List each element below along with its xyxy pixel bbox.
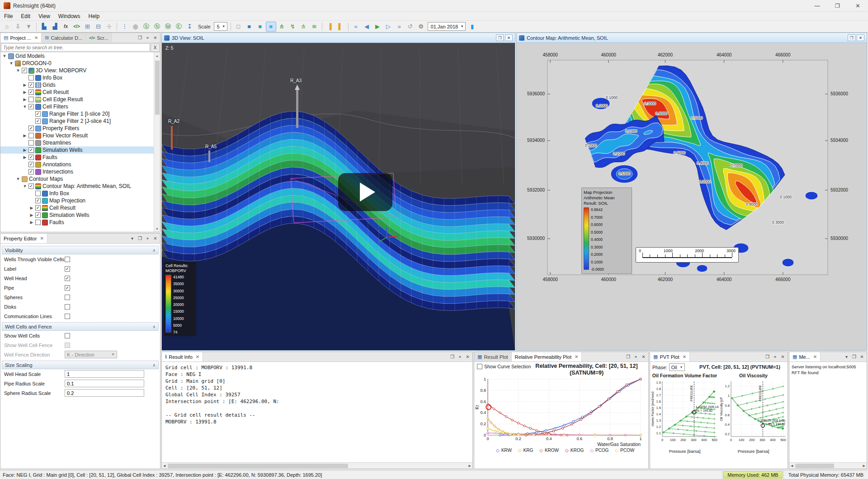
video-play-button[interactable]: [338, 173, 392, 211]
tree-checkbox[interactable]: ✓: [28, 169, 34, 174]
view-north-icon[interactable]: Ⓝ: [152, 22, 162, 32]
dock-layout-icon[interactable]: ⊞: [82, 22, 93, 32]
view-west-icon[interactable]: Ⓦ: [163, 22, 173, 32]
legend-item-krog[interactable]: ◇KROG: [565, 448, 584, 453]
tree-item-range-filter-2-j-slice-41[interactable]: ✓Range Filter 2 [J-slice 41]: [0, 117, 154, 125]
tree-item-annotations[interactable]: ✓Annotations: [0, 161, 154, 168]
plot-window-icon[interactable]: ▟: [50, 22, 60, 32]
pipe-radius-scale-field[interactable]: [65, 380, 144, 387]
tree-item-drogon-0[interactable]: ▼DROGON-0: [0, 60, 154, 67]
cube-surface-icon[interactable]: ■: [255, 22, 265, 32]
animation-repeat-icon[interactable]: ↺: [405, 22, 415, 32]
scale-dropdown[interactable]: 5▼: [214, 22, 227, 31]
scroll-right-icon[interactable]: ▶: [862, 464, 867, 468]
tree-checkbox[interactable]: ✓: [28, 126, 34, 131]
well-head-checkbox[interactable]: ✓: [65, 276, 70, 281]
tab-scr[interactable]: </>Scr...: [86, 33, 112, 42]
tree-expand-icon[interactable]: ▶: [23, 133, 27, 138]
wells-intersection-icon[interactable]: ⋔: [277, 22, 287, 32]
tree-expand-icon[interactable]: ▶: [29, 220, 34, 225]
tab-calculator-d[interactable]: ⊞Calculator D...: [42, 33, 86, 42]
tree-expand-icon[interactable]: ▼: [2, 54, 7, 58]
spheres-checkbox[interactable]: [65, 295, 70, 300]
view3d-viewport[interactable]: Z: 5 R_A2R_A5R_A3 Cell Results:MOBPORV 4…: [162, 43, 515, 350]
tab-close-icon[interactable]: ✕: [813, 354, 817, 359]
scrollbar-thumb[interactable]: [168, 464, 348, 468]
import-case-icon[interactable]: ⇩: [13, 22, 23, 32]
grid-box-icon[interactable]: □: [233, 22, 244, 32]
tree-checkbox[interactable]: [28, 75, 34, 80]
tree-checkbox[interactable]: ✓: [28, 89, 34, 95]
tree-checkbox[interactable]: ✓: [35, 205, 41, 211]
timestep-bar-icon[interactable]: ▮: [467, 22, 477, 32]
menu-windows[interactable]: Windows: [54, 12, 85, 20]
float-panel-icon[interactable]: ❐: [764, 353, 771, 361]
cube-faults-icon[interactable]: ■: [266, 22, 276, 32]
show-well-cells-checkbox[interactable]: [65, 333, 70, 338]
scroll-down-icon[interactable]: ▼: [156, 225, 159, 232]
scroll-up-icon[interactable]: ▲: [156, 52, 159, 59]
tree-checkbox[interactable]: [28, 97, 34, 102]
scroll-left-icon[interactable]: ◀: [789, 464, 794, 468]
close-panel-icon[interactable]: ✕: [779, 353, 787, 361]
tree-checkbox[interactable]: ✓: [35, 118, 41, 124]
tree-checkbox[interactable]: ✓: [28, 82, 34, 88]
script-editor-icon[interactable]: </>: [71, 22, 82, 32]
scroll-left-icon[interactable]: ◀: [162, 464, 167, 468]
float-panel-icon[interactable]: ❐: [850, 353, 858, 361]
tree-expand-icon[interactable]: ▶: [29, 206, 34, 210]
animation-step-forward-icon[interactable]: ▷: [383, 22, 394, 32]
contour-close-icon[interactable]: ✕: [857, 34, 864, 41]
tree-checkbox[interactable]: [28, 133, 34, 138]
tree-item-3d-view-mobporv[interactable]: ▼✓3D View: MOBPORV: [0, 67, 154, 74]
tree-expand-icon[interactable]: ▶: [29, 213, 34, 217]
panel-menu-icon[interactable]: ▾: [128, 235, 136, 242]
well-path-icon[interactable]: ↯: [288, 22, 298, 32]
pin-panel-icon[interactable]: ⌖: [144, 34, 151, 42]
tab-close-icon[interactable]: ✕: [575, 354, 578, 359]
close-panel-icon[interactable]: ✕: [151, 235, 159, 242]
cube-mesh-icon[interactable]: ■: [244, 22, 255, 32]
tree-checkbox[interactable]: ✓: [35, 198, 41, 203]
tab-result-plot[interactable]: ▦Result Plot: [474, 352, 512, 362]
tree-item-contour-maps[interactable]: ▼Contour Maps: [0, 175, 154, 183]
pin-view-icon[interactable]: ⊹: [104, 22, 114, 32]
tab-close-icon[interactable]: ✕: [40, 236, 43, 241]
well-fracture-icon[interactable]: ⋔: [298, 22, 309, 32]
timestep-date-dropdown[interactable]: 01.Jan 2018▼: [428, 22, 466, 31]
tab-property-editor[interactable]: Property Editor✕: [0, 234, 47, 243]
tree-item-info-box[interactable]: Info Box: [0, 190, 154, 197]
tree-checkbox[interactable]: [35, 220, 41, 225]
view3d-restore-icon[interactable]: ❐: [496, 34, 504, 41]
scrollbar-thumb[interactable]: [155, 61, 160, 115]
calculator-icon[interactable]: fx: [61, 22, 71, 32]
close-panel-icon[interactable]: ✕: [858, 353, 866, 361]
section-header-well-cells-and-fence[interactable]: Well Cells and Fence∧: [2, 322, 159, 331]
tree-search-input[interactable]: [1, 43, 150, 52]
tree-expand-icon[interactable]: ▼: [9, 61, 14, 66]
pin-panel-icon[interactable]: ⌖: [144, 235, 151, 242]
tree-item-faults[interactable]: ▶Faults: [0, 219, 154, 226]
tree-item-grids[interactable]: ▶✓Grids: [0, 81, 154, 89]
pin-panel-icon[interactable]: ⌖: [456, 353, 464, 361]
tree-checkbox[interactable]: ✓: [35, 212, 41, 218]
tree-expand-icon[interactable]: ▼: [16, 177, 20, 181]
close-panel-icon[interactable]: ✕: [640, 353, 647, 361]
tree-item-cell-edge-result[interactable]: ▶Cell Edge Result: [0, 96, 154, 103]
animation-settings-icon[interactable]: ⚙: [416, 22, 426, 32]
close-panel-icon[interactable]: ✕: [464, 353, 472, 361]
tree-expand-icon[interactable]: ▼: [23, 104, 27, 109]
view3d-close-icon[interactable]: ✕: [505, 34, 513, 41]
sphere-radius-scale-field[interactable]: [65, 389, 144, 397]
tab-me[interactable]: ▦Me...✕: [789, 352, 821, 362]
snapshot-icon[interactable]: ↧: [184, 22, 195, 32]
phase-dropdown[interactable]: Oil▼: [669, 363, 685, 371]
collapse-section-icon[interactable]: ∧: [152, 324, 156, 329]
legend-item-pcow[interactable]: ◇PCOW: [615, 448, 634, 453]
animation-play-icon[interactable]: ▶: [373, 22, 383, 32]
tree-checkbox[interactable]: ✓: [28, 155, 34, 160]
float-panel-icon[interactable]: ❐: [448, 353, 456, 361]
save-project-icon[interactable]: ▼: [24, 22, 34, 32]
scrollbar-thumb[interactable]: [795, 464, 834, 468]
tree-item-map-projection[interactable]: ✓Map Projection: [0, 197, 154, 204]
